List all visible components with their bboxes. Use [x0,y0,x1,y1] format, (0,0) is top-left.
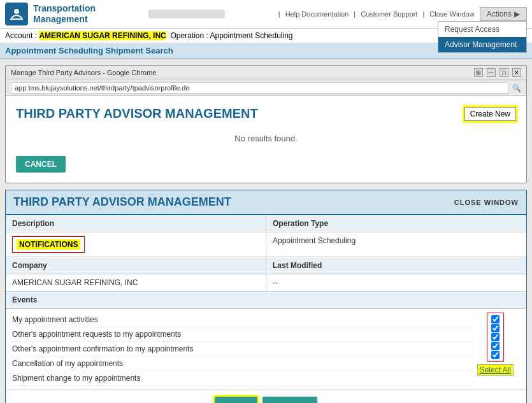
request-access-item[interactable]: Request Access [438,22,526,37]
event-checkbox-4[interactable] [491,342,500,350]
separator: | [278,10,280,18]
select-all-area[interactable]: Select All [471,364,520,377]
operation-name: Appointment Scheduling [210,31,292,40]
tpa-form-section: Description Operation Type NOTIFICATIONS… [6,215,526,390]
tpa-form-title: THIRD PARTY ADVISOR MANAGEMENT [13,195,231,209]
form-row-headers-2: Company Last Modified [6,257,526,274]
event-row-2: Other's appointment requests to my appoi… [12,327,471,342]
close-window-link[interactable]: Close Window [429,10,474,18]
events-labels: My appointment activities Other's appoin… [12,313,471,386]
event-label-4: Cancellation of my appointments [12,359,123,368]
events-checkboxes-area: Select All [471,313,520,386]
account-label: Account : [5,31,37,40]
browser-tile-btn[interactable]: ⊞ [474,68,483,77]
app-title: Transportation Management [33,3,96,25]
chevron-icon: ▶ [514,10,520,18]
event-row-5: Shipment change to my appointments [12,371,471,386]
cancel-button-2[interactable]: CANCEL [262,397,317,403]
browser-address-bar: app.tms.blujaysolutions.net/thirdparty/t… [6,80,526,96]
company-label: Company [6,257,266,274]
tpa-form-panel: THIRD PARTY ADVISOR MANAGEMENT CLOSE WIN… [5,190,527,403]
event-checkbox-5[interactable] [491,351,500,359]
top-nav-links: | Help Documentation | Customer Support … [278,7,527,21]
create-new-button[interactable]: Create New [464,107,516,121]
no-results-message: No results found. [16,134,516,143]
event-label-1: My appointment activities [12,315,98,324]
operation-type-label: Operation Type [266,215,526,232]
checkbox-5[interactable] [491,351,500,359]
actions-label: Actions [487,10,512,18]
tpa-heading-1: THIRD PARTY ADVISOR MANAGEMENT Create Ne… [16,106,516,121]
support-link[interactable]: Customer Support [361,10,417,18]
save-button[interactable]: SAVE [215,397,257,403]
browser-maximize-btn[interactable]: □ [500,68,508,77]
actions-dropdown: Request Access Advisor Management [438,21,527,53]
separator: | [422,10,424,18]
advisor-management-item[interactable]: Advisor Management [438,37,526,52]
checkbox-3[interactable] [491,333,500,341]
checkbox-2[interactable] [491,324,500,332]
description-value: NOTIFICATIONS [6,232,266,257]
event-checkbox-2[interactable] [491,324,500,332]
top-bar: Transportation Management | Help Documen… [0,0,532,29]
browser-chrome: Manage Third Party Advisors - Google Chr… [6,66,526,80]
events-header: Events [6,292,526,309]
account-name: AMERICAN SUGAR REFINING, INC [39,31,166,40]
browser-minimize-btn[interactable]: — [487,68,496,77]
description-label: Description [6,215,266,232]
last-modified-value: -- [266,274,526,291]
help-link[interactable]: Help Documentation [285,10,349,18]
event-row-3: Other's appointment confirmation to my a… [12,342,471,357]
events-section: My appointment activities Other's appoin… [6,309,526,390]
app-logo [5,3,28,25]
cancel-button-1[interactable]: CANCEL [16,156,66,173]
address-bar-url[interactable]: app.tms.blujaysolutions.net/thirdparty/t… [11,82,508,94]
event-label-3: Other's appointment confirmation to my a… [12,344,193,353]
app-branding: Transportation Management [5,3,96,25]
notifications-value: NOTIFICATIONS [17,239,80,250]
close-window-button[interactable]: CLOSE WINDOW [454,199,519,206]
operation-label: Operation : [168,31,208,40]
last-modified-label: Last Modified [266,257,526,274]
browser-tab-title: Manage Third Party Advisors - Google Chr… [11,69,469,76]
event-checkbox-3[interactable] [491,333,500,341]
event-row-1: My appointment activities [12,313,471,327]
form-row-headers: Description Operation Type [6,215,526,232]
event-checkbox-1[interactable] [491,315,500,323]
browser-body: THIRD PARTY ADVISOR MANAGEMENT Create Ne… [6,96,526,183]
event-row-4: Cancellation of my appointments [12,357,471,371]
checkbox-4[interactable] [491,342,500,350]
event-label-5: Shipment change to my appointments [12,374,140,383]
description-box: NOTIFICATIONS [12,236,85,253]
actions-button[interactable]: Actions ▶ [480,7,527,21]
checkboxes-group [487,313,504,362]
search-icon: 🔍 [512,84,521,92]
browser-close-btn[interactable]: ✕ [512,68,521,77]
tpa-form-header: THIRD PARTY ADVISOR MANAGEMENT CLOSE WIN… [6,190,526,215]
browser-window: Manage Third Party Advisors - Google Chr… [5,65,527,183]
form-row-values-1: NOTIFICATIONS Appointment Scheduling [6,232,526,257]
actions-menu[interactable]: Actions ▶ Request Access Advisor Managem… [480,7,527,21]
company-value: AMERICAN SUGAR REFINING, INC [6,274,266,291]
svg-point-0 [14,9,19,14]
checkbox-1[interactable] [491,315,500,323]
separator: | [354,10,356,18]
select-all-link[interactable]: Select All [477,364,514,376]
operation-type-value: Appointment Scheduling [266,232,526,257]
browser-controls[interactable]: ⊞ — □ ✕ [474,68,521,77]
form-actions: SAVE CANCEL [6,390,526,403]
event-label-2: Other's appointment requests to my appoi… [12,330,181,339]
form-row-values-2: AMERICAN SUGAR REFINING, INC -- [6,274,526,292]
